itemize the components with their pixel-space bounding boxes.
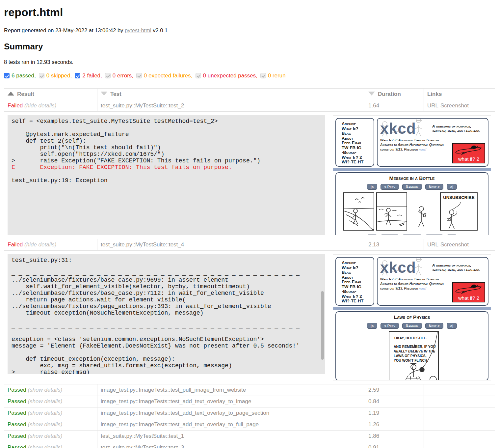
test-name-cell: image_test.py::ImageTests::test_pull_ima… xyxy=(97,384,365,396)
whatif2-badge: what if? 2 xyxy=(452,143,485,163)
traceback-log[interactable]: test_suite.py:31: _ _ _ _ _ _ _ _ _ _ _ … xyxy=(8,254,325,374)
log-line: def timeout_exception(exception, message… xyxy=(12,356,321,362)
column-header-result[interactable]: Result xyxy=(4,89,97,100)
log-line xyxy=(12,349,321,356)
filter-label: 0 expected failures, xyxy=(144,72,192,79)
xkcd-nav-item: Archive xyxy=(342,261,374,266)
links-cell xyxy=(424,384,495,396)
comic-nav-button: >| xyxy=(447,184,457,190)
details-toggle[interactable]: (hide details) xyxy=(24,241,56,248)
links-cell xyxy=(424,419,495,431)
duration-cell: 1.26 xyxy=(365,419,424,431)
result-cell: Passed (show details) xyxy=(4,442,97,448)
column-header-duration[interactable]: Duration xyxy=(365,89,424,100)
comic-art-laws-of-physics: OKAY, HOLD STILL. AND REMEMBER, IF YOU R… xyxy=(340,331,485,380)
table-row-passed: Passed (show details) image_test.py::Ima… xyxy=(4,419,495,431)
details-toggle[interactable]: (show details) xyxy=(28,410,62,416)
log-line xyxy=(12,171,321,177)
links-cell xyxy=(424,407,495,419)
xkcd-nav-box: ArchiveWhat If?BlagAboutFeed·EmailTW·FB·… xyxy=(335,257,374,306)
comic-nav-button: Next > xyxy=(425,184,443,190)
filter-checkbox[interactable] xyxy=(75,73,80,78)
generated-line: Report generated on 23-May-2022 at 13:06… xyxy=(4,27,495,34)
xkcd-nav-item: What If? xyxy=(342,266,374,270)
log-line: def test_2(self): xyxy=(12,138,321,144)
filter-checkbox[interactable] xyxy=(136,73,142,78)
result-cell: Passed (show details) xyxy=(4,396,97,407)
filter-checkbox[interactable] xyxy=(196,73,201,78)
xkcd-blue-band xyxy=(333,168,491,171)
log-line xyxy=(12,125,321,131)
log-line: ../seleniumbase/fixtures/base_case.py:71… xyxy=(12,290,321,296)
result-filters: 6 passed,0 skipped,2 failed,0 errors,0 e… xyxy=(4,72,495,79)
url-link[interactable]: URL xyxy=(427,241,438,248)
filter-label: 0 rerun xyxy=(268,72,286,79)
filter-checkbox[interactable] xyxy=(39,73,44,78)
result-cell: Passed (show details) xyxy=(4,407,97,419)
results-table: Result Test Duration Links Failed (hide … xyxy=(4,88,495,448)
duration-cell: 0.91 xyxy=(365,442,424,448)
details-toggle[interactable]: (show details) xyxy=(28,421,62,428)
sort-asc-icon xyxy=(8,92,14,96)
links-cell: URLScreenshot xyxy=(424,100,495,112)
xkcd-nav-item: TW·FB·IG xyxy=(342,285,374,290)
filter-checkbox[interactable] xyxy=(260,73,266,78)
filter-label: 6 passed, xyxy=(12,72,36,79)
test-name-cell: test_suite.py::MyTestSuite::test_3 xyxy=(97,442,365,448)
details-toggle[interactable]: (show details) xyxy=(28,444,62,448)
details-toggle[interactable]: (show details) xyxy=(28,398,62,405)
pytest-html-link[interactable]: pytest-html xyxy=(125,27,151,33)
details-toggle[interactable]: (hide details) xyxy=(24,102,56,109)
column-header-test[interactable]: Test xyxy=(97,89,365,100)
xkcd-comic-box: Laws of Physics |<< PrevRandomNext >>| xyxy=(335,311,488,380)
xkcd-nav-item: WI?·TE·HT xyxy=(342,160,374,165)
results-table-head: Result Test Duration Links xyxy=(4,89,495,100)
traceback-log[interactable]: self = <examples.test_suite.MyTestSuite … xyxy=(8,115,325,235)
log-line: self.open("https://xkcd.com/1675/") xyxy=(12,151,321,157)
details-toggle[interactable]: (show details) xyxy=(28,387,62,393)
sort-desc-icon xyxy=(368,92,375,96)
page-title: report.html xyxy=(4,6,495,19)
result-label: Passed xyxy=(8,433,26,439)
comic-nav-button: Random xyxy=(402,184,422,190)
run-info: 8 tests ran in 12.93 seconds. xyxy=(4,59,495,65)
svg-text:AND REMEMBER, IF YOU: AND REMEMBER, IF YOU xyxy=(394,345,436,349)
log-scrollbar[interactable] xyxy=(321,291,324,360)
screenshot-link[interactable]: Screenshot xyxy=(440,102,469,109)
comic-nav-buttons: |<< PrevRandomNext >>| xyxy=(337,184,486,190)
xkcd-promo: What If? 2: Additional Serious Scientifi… xyxy=(380,277,449,291)
details-toggle[interactable]: (show details) xyxy=(28,433,62,439)
screenshot-link[interactable]: Screenshot xyxy=(440,241,469,248)
filter-checkbox[interactable] xyxy=(105,73,111,78)
filter-checkbox[interactable] xyxy=(4,73,10,78)
xkcd-logo: xkcd xyxy=(380,259,485,276)
xkcd-nav-item: What If? 2 xyxy=(342,294,374,299)
svg-text:LAWS OF PHYSICS,: LAWS OF PHYSICS, xyxy=(394,354,427,358)
preorder-link: here! xyxy=(419,286,427,290)
comic-nav-buttons: |<< PrevRandomNext >>| xyxy=(337,323,486,329)
filter-label: 2 failed, xyxy=(82,72,102,79)
links-cell xyxy=(424,396,495,407)
log-line: test_suite.py:31: xyxy=(12,257,321,264)
plane-trex-art xyxy=(454,283,484,294)
table-row-passed: Passed (show details) image_test.py::Ima… xyxy=(4,407,495,419)
duration-cell: 2.13 xyxy=(365,239,424,251)
result-label: Passed xyxy=(8,421,26,428)
comic-nav-button: < Prev xyxy=(381,184,399,190)
log-line: exception = <class 'selenium.common.exce… xyxy=(12,336,321,343)
duration-cell: 1.19 xyxy=(365,407,424,419)
comic-art-message-in-a-bottle: UNSUBSCRIBE xyxy=(340,192,485,232)
filter-item: 6 passed, xyxy=(4,72,36,79)
table-row-failed-1: Failed (hide details) test_suite.py::MyT… xyxy=(4,100,495,112)
preorder-link: here! xyxy=(419,147,427,151)
comic-nav-button: |< xyxy=(367,235,378,235)
comic-nav-button: >| xyxy=(447,235,457,235)
url-link[interactable]: URL xyxy=(427,102,438,109)
filter-item: 0 errors, xyxy=(105,72,133,79)
log-line xyxy=(12,316,321,323)
log-line xyxy=(12,329,321,336)
test-name-cell: image_test.py::ImageTests::test_add_text… xyxy=(97,419,365,431)
xkcd-header-box: xkcd A webcomic of romance,sarcasm, math… xyxy=(377,257,488,306)
xkcd-screenshot-1: ArchiveWhat If?BlagAboutFeed·EmailTW·FB·… xyxy=(333,115,491,235)
summary-heading: Summary xyxy=(4,42,495,52)
